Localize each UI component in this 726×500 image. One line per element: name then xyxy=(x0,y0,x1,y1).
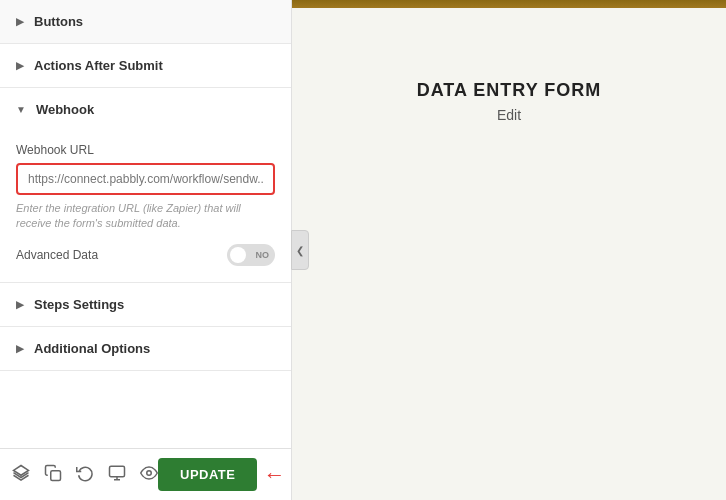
right-panel: ❮ DATA ENTRY FORM Edit xyxy=(292,0,726,500)
chevron-webhook-icon: ▼ xyxy=(16,104,26,115)
collapse-chevron-icon: ❮ xyxy=(296,245,304,256)
form-subtitle: Edit xyxy=(417,107,602,123)
accordion-buttons: ▶ Buttons xyxy=(0,0,291,44)
webhook-url-wrapper: https://connect.pabbly.com/workflow/send… xyxy=(16,163,275,195)
webhook-url-input[interactable]: https://connect.pabbly.com/workflow/send… xyxy=(16,163,275,195)
advanced-data-row: Advanced Data NO xyxy=(16,244,275,266)
layers-icon[interactable] xyxy=(12,464,30,486)
webhook-arrow-icon: ← xyxy=(288,166,291,192)
panel-content: ▶ Buttons ▶ Actions After Submit ▼ Webho… xyxy=(0,0,291,448)
svg-rect-1 xyxy=(51,470,61,480)
collapse-button[interactable]: ❮ xyxy=(291,230,309,270)
left-panel: ▶ Buttons ▶ Actions After Submit ▼ Webho… xyxy=(0,0,292,500)
update-arrow-icon: ← xyxy=(263,462,285,488)
eye-icon[interactable] xyxy=(140,464,158,486)
svg-rect-2 xyxy=(110,466,125,477)
toggle-state: NO xyxy=(256,250,270,260)
accordion-header-steps[interactable]: ▶ Steps Settings xyxy=(0,283,291,326)
bottom-toolbar: UPDATE ← xyxy=(0,448,291,500)
monitor-icon[interactable] xyxy=(108,464,126,486)
toolbar-icons xyxy=(12,464,158,486)
svg-point-5 xyxy=(147,470,152,475)
buttons-label: Buttons xyxy=(34,14,83,29)
accordion-steps: ▶ Steps Settings xyxy=(0,283,291,327)
advanced-data-label: Advanced Data xyxy=(16,248,98,262)
form-title: DATA ENTRY FORM xyxy=(417,80,602,101)
actions-label: Actions After Submit xyxy=(34,58,163,73)
accordion-header-additional[interactable]: ▶ Additional Options xyxy=(0,327,291,370)
steps-label: Steps Settings xyxy=(34,297,124,312)
advanced-data-toggle[interactable]: NO xyxy=(227,244,275,266)
webhook-body: Webhook URL https://connect.pabbly.com/w… xyxy=(0,131,291,282)
chevron-additional-icon: ▶ xyxy=(16,343,24,354)
accordion-header-buttons[interactable]: ▶ Buttons xyxy=(0,0,291,43)
webhook-url-label: Webhook URL xyxy=(16,143,275,157)
webhook-hint: Enter the integration URL (like Zapier) … xyxy=(16,201,275,232)
chevron-steps-icon: ▶ xyxy=(16,299,24,310)
additional-label: Additional Options xyxy=(34,341,150,356)
webhook-section: ▼ Webhook Webhook URL https://connect.pa… xyxy=(0,88,291,283)
accordion-additional: ▶ Additional Options xyxy=(0,327,291,371)
webhook-header[interactable]: ▼ Webhook xyxy=(0,88,291,131)
chevron-actions-icon: ▶ xyxy=(16,60,24,71)
chevron-buttons-icon: ▶ xyxy=(16,16,24,27)
webhook-label: Webhook xyxy=(36,102,94,117)
form-preview: DATA ENTRY FORM Edit xyxy=(417,80,602,123)
toggle-knob xyxy=(230,247,246,263)
accordion-actions: ▶ Actions After Submit xyxy=(0,44,291,88)
clone-icon[interactable] xyxy=(44,464,62,486)
top-bar xyxy=(292,0,726,8)
update-btn-wrapper: UPDATE ← xyxy=(158,458,285,491)
update-button[interactable]: UPDATE xyxy=(158,458,257,491)
history-icon[interactable] xyxy=(76,464,94,486)
accordion-header-actions[interactable]: ▶ Actions After Submit xyxy=(0,44,291,87)
